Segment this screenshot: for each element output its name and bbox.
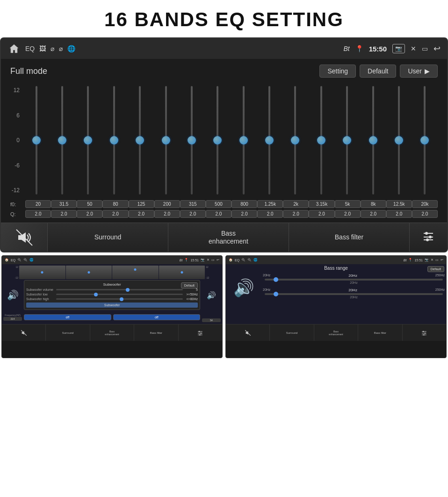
svg-marker-0 <box>10 44 18 53</box>
slider-band-11[interactable] <box>308 84 334 196</box>
home-button[interactable] <box>7 42 21 55</box>
slider-band-8[interactable] <box>231 84 256 196</box>
bass-enh-label: Bassenhancement <box>209 230 248 245</box>
back-icon[interactable]: ↩ <box>434 43 441 54</box>
thumb2-sliders[interactable] <box>403 324 446 341</box>
q-row: Q: 2.02.02.02.02.02.02.02.02.02.02.02.02… <box>10 210 438 218</box>
thumb1-surround[interactable]: Surround <box>46 324 90 341</box>
globe-icon: 🌐 <box>67 45 75 52</box>
sliders-ctrl-icon <box>422 230 435 245</box>
bass-filter-label: Bass filter <box>335 233 363 241</box>
slider-band-1[interactable] <box>49 84 75 196</box>
usb2-icon: ⌀ <box>59 45 63 52</box>
surround-button[interactable]: Surround <box>48 223 168 252</box>
svg-point-20 <box>423 331 424 331</box>
bass-range-title: Bass range <box>227 266 445 271</box>
freq-label-13: 8k <box>361 200 386 208</box>
slider-band-12[interactable] <box>334 84 360 196</box>
thumb1-bass-filter[interactable]: Bass filter <box>134 324 178 341</box>
thumb2-speaker[interactable] <box>226 324 270 341</box>
slider-band-4[interactable] <box>127 84 153 196</box>
bass-filter-button[interactable]: Bass filter <box>289 223 410 252</box>
freq-label-0: 20 <box>25 200 51 208</box>
slider-band-9[interactable] <box>256 84 282 196</box>
thumb1-time: 15:51 <box>190 259 199 262</box>
freq-label-9: 1.25k <box>257 200 283 208</box>
eq-sliders-ctrl-button[interactable] <box>410 223 447 252</box>
default-btn-thumb2[interactable]: Default <box>427 266 444 272</box>
svg-point-14 <box>201 332 202 333</box>
slider-band-7[interactable] <box>205 84 231 196</box>
q-label-0: 2.0 <box>25 210 51 218</box>
freq-label-2: 50 <box>77 200 102 208</box>
off-btn-2[interactable]: off <box>113 314 201 320</box>
location-icon: 📍 <box>355 45 363 52</box>
slider-band-2[interactable] <box>75 84 101 196</box>
thumb2-bass-filter[interactable]: Bass filter <box>358 324 402 341</box>
q-label-14: 2.0 <box>386 210 412 218</box>
status-bar: EQ 🖼 ⌀ ⌀ 🌐 Bt 📍 15:50 📷 ✕ ▭ ↩ <box>1 38 447 59</box>
freq-label-14: 12.5k <box>386 200 412 208</box>
mode-row: Full mode Setting Default User ▶ <box>10 65 438 78</box>
sliders-container <box>23 84 438 196</box>
subwoofer-tab-label: Subwoofer <box>26 303 198 308</box>
thumb2-time: 15:51 <box>414 259 423 262</box>
thumb1-bass-enh[interactable]: Bassenhancement <box>90 324 134 341</box>
device-screen: EQ 🖼 ⌀ ⌀ 🌐 Bt 📍 15:50 📷 ✕ ▭ ↩ Full mode … <box>0 37 448 252</box>
svg-point-8 <box>426 238 429 241</box>
eq-sliders-section: 12 6 0 -6 -12 <box>10 84 438 196</box>
window-icon: ▭ <box>422 45 428 52</box>
time-display: 15:50 <box>369 45 387 53</box>
thumbnail-subwoofer: 🏠EQ🔌🔌🌐 Bt📍 15:51 📷✕▭↩ 12-12 <box>1 255 223 358</box>
freq-label-10: 2k <box>283 200 309 208</box>
image-icon: 🖼 <box>39 45 46 52</box>
q-label-5: 2.0 <box>154 210 180 218</box>
slider-band-13[interactable] <box>360 84 386 196</box>
slider-band-6[interactable] <box>179 84 204 196</box>
slider-band-0[interactable] <box>23 84 49 196</box>
mode-label: Full mode <box>10 66 47 76</box>
freq-label-4: 125 <box>129 200 154 208</box>
slider-band-14[interactable] <box>386 84 412 196</box>
slider-band-3[interactable] <box>101 84 127 196</box>
off-btn-1[interactable]: off <box>24 314 111 320</box>
thumb1-speaker[interactable] <box>2 324 46 341</box>
svg-point-24 <box>424 334 425 335</box>
speaker-button[interactable] <box>1 223 48 252</box>
user-button[interactable]: User ▶ <box>400 65 438 78</box>
q-label-11: 2.0 <box>309 210 334 218</box>
page-title: 16 BANDS EQ SETTING <box>0 0 448 37</box>
bass-enhancement-button[interactable]: Bassenhancement <box>168 223 289 252</box>
q-label-3: 2.0 <box>102 210 128 218</box>
subwoofer-title: Subwoofer <box>26 282 198 287</box>
svg-point-16 <box>200 334 201 335</box>
slider-band-15[interactable] <box>412 84 438 196</box>
freq-label-3: 80 <box>102 200 128 208</box>
thumb2-bass-enh[interactable]: Bassenhancement <box>314 324 358 341</box>
freq-label-15: 20k <box>412 200 438 208</box>
thumbnails-row: 🏠EQ🔌🔌🌐 Bt📍 15:51 📷✕▭↩ 12-12 <box>0 255 448 358</box>
bottom-toolbar: Surround Bassenhancement Bass filter <box>1 223 447 252</box>
thumb2-surround[interactable]: Surround <box>270 324 314 341</box>
slider-band-10[interactable] <box>282 84 308 196</box>
slider-band-5[interactable] <box>153 84 179 196</box>
freq-label-1: 31.5 <box>51 200 77 208</box>
freq-prefix: f0: <box>10 202 25 207</box>
q-label-7: 2.0 <box>206 210 231 218</box>
svg-point-22 <box>425 332 426 333</box>
default-button[interactable]: Default <box>360 65 396 78</box>
freq-label-8: 800 <box>231 200 257 208</box>
default-btn-thumb1[interactable]: Default <box>181 282 198 288</box>
freq-label-11: 3.15k <box>309 200 334 208</box>
svg-point-6 <box>429 236 432 238</box>
eq-label: EQ <box>25 45 35 52</box>
setting-button[interactable]: Setting <box>319 65 356 78</box>
freq-label-7: 500 <box>206 200 231 208</box>
bluetooth-label: Bt <box>343 45 349 52</box>
q-label-4: 2.0 <box>129 210 154 218</box>
q-label-1: 2.0 <box>51 210 77 218</box>
q-label-15: 2.0 <box>412 210 438 218</box>
thumb1-sliders[interactable] <box>179 324 222 341</box>
close-icon: ✕ <box>411 45 416 52</box>
q-label-13: 2.0 <box>361 210 386 218</box>
